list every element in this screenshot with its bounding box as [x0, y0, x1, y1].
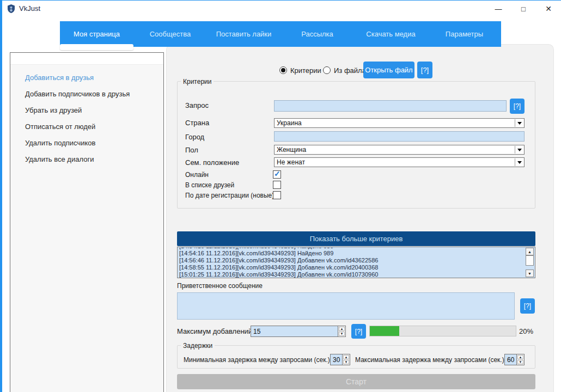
gender-chevron-down-icon[interactable] [515, 146, 523, 154]
mode-help-button[interactable]: [?] [417, 62, 432, 78]
max-delay-spinner[interactable]: 60 ▲ ▼ [504, 354, 525, 365]
gender-select-value: Женщина [277, 146, 306, 154]
country-label: Страна [185, 119, 209, 127]
sidebar-item-unsubscribe-people[interactable]: Отписаться от людей [10, 119, 163, 135]
title-bar: VkJust — □ ✕ [2, 1, 561, 17]
sidebar-header-strip [10, 53, 163, 65]
scroll-up-icon[interactable]: ▲ [526, 248, 534, 255]
tab-settings-label: Параметры [446, 30, 483, 38]
greeting-textarea[interactable] [177, 292, 515, 320]
max-delay-label: Максимальная задержка между запросами (с… [355, 356, 506, 364]
sidebar-item-add-subscribers-to-friends[interactable]: Добавить подписчиков в друзья [10, 86, 163, 102]
log-listbox[interactable]: [14:54:16 11.12.2016][vk.com/id394349293… [177, 247, 535, 278]
greeting-label: Приветственное сообщение [177, 282, 263, 290]
delays-groupbox-title: Задержки [181, 342, 215, 350]
tab-mailing-label: Рассылка [301, 30, 333, 38]
criteria-radio[interactable] [279, 66, 287, 74]
max-additions-value: 15 [253, 328, 260, 335]
query-label: Запрос [185, 101, 209, 109]
selected-tab-indicator [60, 44, 133, 50]
maximize-button[interactable]: □ [511, 1, 536, 17]
query-input[interactable] [274, 100, 507, 112]
tab-bar: Моя страница Сообщества Поставить лайки … [60, 21, 501, 47]
log-entry: [15:01:25 11.12.2016][vk.com/id394349293… [179, 271, 524, 278]
gender-label: Пол [185, 146, 198, 154]
min-delay-label: Минимальная задержка между запросами (се… [184, 356, 332, 364]
close-button[interactable]: ✕ [536, 1, 561, 17]
gender-select[interactable]: Женщина [274, 145, 525, 155]
progress-label: 20% [519, 327, 533, 335]
online-label: Онлайн [185, 171, 209, 179]
app-shield-icon [7, 4, 15, 13]
tab-my-page-label: Моя страница [74, 30, 120, 38]
online-checkbox[interactable] [273, 170, 281, 179]
country-select-value: Украина [277, 119, 302, 127]
log-scrollbar[interactable]: ▲ ▼ [525, 248, 534, 277]
city-label: Город [185, 133, 204, 141]
open-file-button[interactable]: Открыть файл [363, 62, 414, 78]
tab-put-likes[interactable]: Поставить лайки [207, 21, 280, 47]
from-file-radio[interactable] [323, 66, 331, 74]
marital-select-value: Не женат [277, 158, 305, 166]
tab-communities-label: Сообщества [150, 30, 191, 38]
progress-bar [369, 326, 516, 336]
country-select[interactable]: Украина [274, 118, 525, 128]
greeting-help-button[interactable]: [?] [520, 298, 535, 314]
start-button[interactable]: Старт [177, 374, 535, 389]
log-entry: [14:56:46 11.12.2016][vk.com/id394349293… [179, 257, 524, 264]
marital-chevron-down-icon[interactable] [515, 158, 523, 166]
city-input[interactable] [274, 131, 525, 142]
log-entry: [14:54:16 11.12.2016][vk.com/id394349293… [179, 250, 524, 257]
tab-download-media[interactable]: Скачать медиа [354, 21, 428, 47]
criteria-groupbox-title: Критерии [181, 78, 214, 85]
criteria-radio-label[interactable]: Критерии [290, 66, 321, 75]
spin-up-icon[interactable]: ▲ [343, 355, 349, 359]
country-chevron-down-icon[interactable] [515, 119, 523, 127]
spin-up-icon[interactable]: ▲ [517, 355, 523, 359]
tab-download-media-label: Скачать медиа [366, 30, 415, 38]
vkjust-window: VkJust — □ ✕ Моя страница Сообщества Пос… [0, 0, 561, 392]
tab-put-likes-label: Поставить лайки [216, 30, 272, 38]
window-title: VkJust [19, 4, 40, 13]
tab-communities[interactable]: Сообщества [133, 21, 207, 47]
tab-settings[interactable]: Параметры [428, 21, 501, 47]
scroll-down-icon[interactable]: ▼ [526, 270, 534, 277]
reg-date-label: По дате регистрации (новые) [185, 192, 274, 199]
max-delay-value: 60 [507, 356, 514, 364]
friends-list-checkbox[interactable] [273, 181, 281, 189]
max-additions-spinner[interactable]: 15 ▲ ▼ [251, 326, 346, 337]
spin-down-icon[interactable]: ▼ [339, 332, 345, 336]
spin-up-icon[interactable]: ▲ [339, 327, 345, 331]
from-file-radio-label[interactable]: Из файла [334, 66, 366, 75]
window-controls: — □ ✕ [486, 1, 561, 17]
sidebar-item-add-friends[interactable]: Добавиться в друзья [10, 70, 163, 86]
tab-my-page[interactable]: Моя страница [60, 21, 133, 47]
reg-date-checkbox[interactable] [273, 191, 281, 199]
window-left-border [0, 1, 2, 392]
max-additions-label: Максимум добавлений: [177, 327, 254, 335]
min-delay-spinner[interactable]: 30 ▲ ▼ [330, 354, 350, 365]
log-entry: [14:58:55 11.12.2016][vk.com/id394349293… [179, 264, 524, 271]
query-help-button[interactable]: [?] [510, 99, 525, 114]
sidebar-item-remove-from-friends[interactable]: Убрать из друзей [10, 102, 163, 119]
max-additions-help-button[interactable]: [?] [351, 324, 366, 339]
log-rows: [14:54:16 11.12.2016][vk.com/id394349293… [179, 248, 524, 278]
friends-list-label: В списке друзей [185, 181, 234, 189]
minimize-button[interactable]: — [486, 1, 511, 17]
scrollbar-thumb[interactable] [526, 255, 534, 266]
marital-select[interactable]: Не женат [274, 157, 525, 167]
min-delay-value: 30 [333, 356, 340, 364]
spin-down-icon[interactable]: ▼ [343, 360, 349, 364]
sidebar-item-delete-subscribers[interactable]: Удалить подписчиков [10, 135, 163, 151]
spin-down-icon[interactable]: ▼ [517, 360, 523, 364]
progress-fill [370, 326, 399, 336]
show-more-criteria-button[interactable]: Показать больше критериев [177, 231, 535, 246]
sidebar: Добавиться в друзья Добавить подписчиков… [10, 52, 164, 392]
sidebar-item-delete-all-dialogs[interactable]: Удалить все диалоги [10, 151, 163, 168]
tab-mailing[interactable]: Рассылка [280, 21, 354, 47]
marital-label: Сем. положение [185, 158, 239, 167]
